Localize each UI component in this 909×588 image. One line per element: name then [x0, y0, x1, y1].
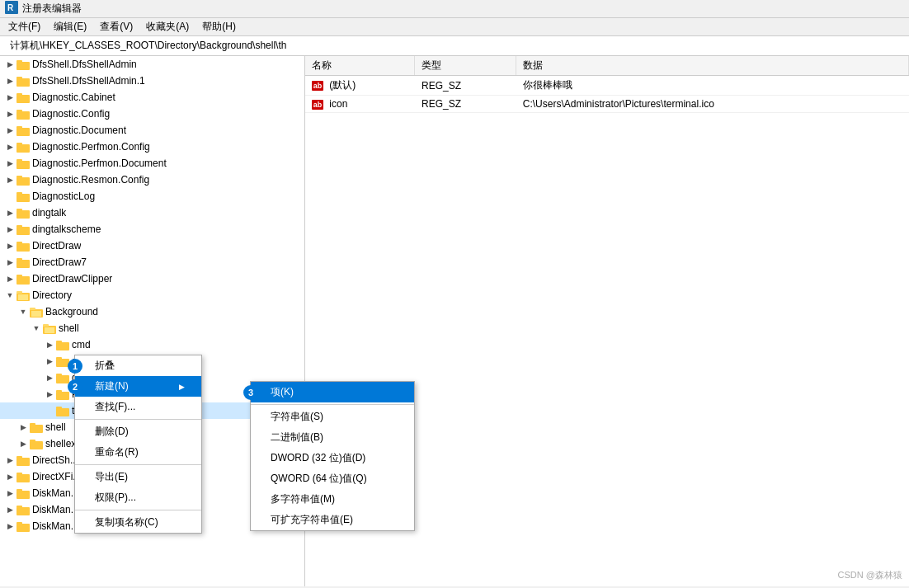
tree-item-diag-cabinet[interactable]: Diagnostic.Cabinet [0, 89, 304, 106]
folder-icon [16, 173, 30, 186]
app-title: 注册表编辑器 [22, 2, 82, 16]
folder-icon [56, 388, 69, 401]
tree-item-diaglog[interactable]: DiagnosticLog [0, 188, 304, 205]
expand-arrow [3, 223, 16, 236]
tree-item-background[interactable]: Background [0, 303, 304, 320]
ctx-item-label: 重命名(R) [95, 445, 139, 459]
svg-rect-20 [16, 210, 30, 219]
watermark: CSDN @森林猿 [838, 569, 902, 581]
folder-icon [16, 157, 30, 170]
tree-item-directdraw7[interactable]: DirectDraw7 [0, 254, 304, 270]
tree-item-diag-perfmon[interactable]: Diagnostic.Perfmon.Config [0, 139, 304, 155]
svg-rect-24 [16, 243, 30, 252]
svg-rect-58 [16, 489, 22, 492]
svg-rect-32 [18, 294, 28, 300]
ctx-item-label: 可扩充字符串值(E) [271, 513, 353, 527]
title-bar: R 注册表编辑器 [0, 0, 909, 18]
item-label: DirectDraw [32, 240, 81, 252]
ctx-item-label: 查找(F)... [95, 400, 135, 414]
svg-rect-51 [30, 441, 43, 449]
tree-item-dingtalk[interactable]: dingtalk [0, 205, 304, 221]
folder-icon [16, 272, 30, 285]
svg-rect-11 [16, 126, 22, 129]
registry-table: 名称 类型 数据 ab (默认) REG_SZ 你很棒棒哦 ab [305, 56, 909, 113]
svg-rect-40 [56, 341, 62, 343]
tree-item-diag-perfmon-doc[interactable]: Diagnostic.Perfmon.Document [0, 155, 304, 172]
ctx-new[interactable]: 2 新建(N) ▶ [75, 376, 201, 397]
svg-rect-3 [16, 60, 22, 63]
svg-rect-42 [56, 357, 62, 360]
folder-icon [16, 190, 30, 203]
context-menu-3: 3 项(K) 字符串值(S) 二进制值(B) DWORD (32 位)值(D) … [250, 381, 415, 531]
item-label: Diagnostic.Cabinet [32, 92, 115, 103]
tree-item-dingtalkscheme[interactable]: dingtalkscheme [0, 221, 304, 238]
ctx-new-dword[interactable]: DWORD (32 位)值(D) [251, 448, 414, 468]
item-label: DirectDrawClipper [32, 273, 112, 285]
ctx-new-binary[interactable]: 二进制值(B) [251, 427, 414, 448]
ctx-rename[interactable]: 重命名(R) [75, 442, 201, 463]
menu-favorites[interactable]: 收藏夹(A) [139, 18, 195, 35]
reg-ab-icon: ab [312, 81, 323, 91]
ctx-new-string[interactable]: 字符串值(S) [251, 407, 414, 427]
ctx-new-qword[interactable]: QWORD (64 位)值(Q) [251, 468, 414, 489]
ctx-collapse[interactable]: 1 折叠 [75, 355, 201, 376]
svg-rect-47 [56, 408, 69, 416]
tree-item-diag-config[interactable]: Diagnostic.Config [0, 106, 304, 122]
tree-item-shell-expanded[interactable]: shell [0, 320, 304, 336]
svg-rect-21 [16, 209, 22, 211]
menu-view[interactable]: 查看(V) [93, 18, 139, 35]
tree-item-diag-resmon[interactable]: Diagnostic.Resmon.Config [0, 172, 304, 188]
tree-item-cmd[interactable]: cmd [0, 336, 304, 353]
item-label: DiskMan... [32, 520, 79, 532]
folder-icon [16, 487, 30, 500]
ctx-item-label: 删除(D) [95, 425, 129, 439]
table-row[interactable]: ab (默认) REG_SZ 你很棒棒哦 [305, 76, 909, 96]
expand-arrow [3, 140, 16, 153]
ctx-new-multistring[interactable]: 多字符串值(M) [251, 489, 414, 510]
menu-file[interactable]: 文件(F) [2, 18, 47, 35]
ctx-permissions[interactable]: 权限(P)... [75, 487, 201, 508]
expand-arrow [3, 503, 16, 516]
ctx-new-expandstring[interactable]: 可扩充字符串值(E) [251, 510, 414, 530]
reg-name: ab (默认) [305, 76, 415, 96]
menu-edit[interactable]: 编辑(E) [47, 18, 93, 35]
menu-bar: 文件(F) 编辑(E) 查看(V) 收藏夹(A) 帮助(H) [0, 18, 909, 36]
svg-rect-10 [16, 128, 30, 136]
expand-arrow [3, 124, 16, 137]
ctx-delete[interactable]: 删除(D) [75, 421, 201, 442]
expand-arrow [16, 421, 30, 434]
item-label: Directory [32, 289, 72, 301]
menu-help[interactable]: 帮助(H) [195, 18, 243, 35]
svg-rect-34 [30, 308, 35, 310]
ctx-copy-name[interactable]: 复制项名称(C) [75, 512, 201, 533]
tree-item-dfsshell1[interactable]: DfsShell.DfsShellAdmin.1 [0, 73, 304, 89]
tree-item-directdraw[interactable]: DirectDraw [0, 238, 304, 254]
ctx-new-key[interactable]: 3 项(K) [251, 382, 414, 402]
folder-icon [16, 470, 30, 483]
folder-icon [16, 223, 30, 236]
col-type: 类型 [415, 56, 516, 76]
svg-rect-23 [16, 225, 22, 228]
tree-item-directory[interactable]: Directory [0, 287, 304, 303]
svg-rect-19 [16, 192, 22, 195]
item-label: Diagnostic.Perfmon.Document [32, 158, 167, 169]
ctx-find[interactable]: 查找(F)... [75, 397, 201, 417]
expand-arrow [30, 322, 43, 335]
folder-icon [16, 91, 30, 104]
folder-icon-open [30, 305, 43, 318]
ctx-item-label: 权限(P)... [95, 491, 136, 505]
folder-icon [16, 256, 30, 269]
expand-arrow [3, 173, 16, 186]
expand-arrow-empty [43, 404, 56, 417]
svg-rect-7 [16, 93, 22, 96]
item-label: DiagnosticLog [32, 191, 95, 202]
svg-rect-35 [31, 311, 41, 317]
tree-item-directdrawclipper[interactable]: DirectDrawClipper [0, 270, 304, 287]
folder-icon-open [16, 289, 30, 302]
table-row[interactable]: ab icon REG_SZ C:\Users\Administrator\Pi… [305, 96, 909, 113]
tree-item-dfsshell[interactable]: DfsShell.DfsShellAdmin [0, 56, 304, 73]
ctx-export[interactable]: 导出(E) [75, 467, 201, 487]
svg-rect-27 [16, 258, 22, 261]
tree-item-diag-doc[interactable]: Diagnostic.Document [0, 122, 304, 139]
item-label: Background [45, 306, 98, 318]
